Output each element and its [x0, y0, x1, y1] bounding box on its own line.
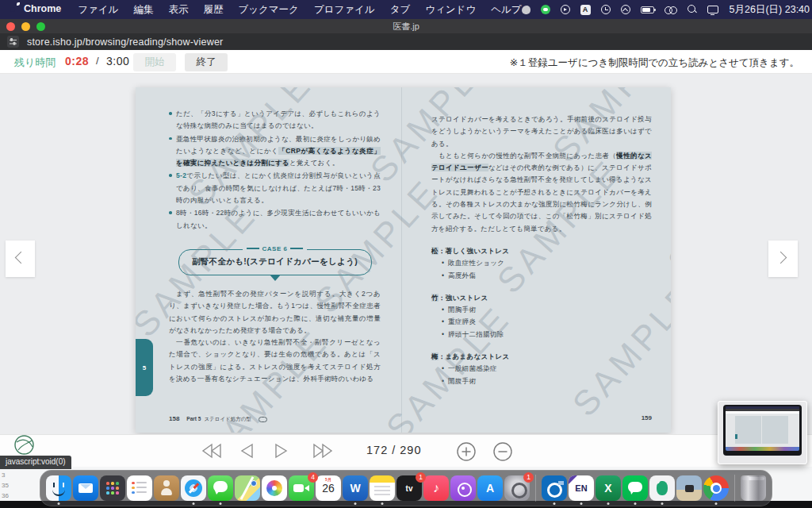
dock-icon-notes[interactable] [370, 475, 395, 501]
menu-clock[interactable]: 5月26日(日) 23:40 [730, 3, 810, 17]
limit-notice: ※１登録ユーザにつき制限時間での立ち読みとさせて頂きます。 [510, 56, 799, 70]
running-indicator-dot [354, 502, 357, 505]
stress-rank-松: 松：著しく強いストレス敗血症性ショック高度外傷 [431, 245, 652, 282]
display-menu-icon[interactable] [707, 6, 718, 13]
play-circle-menu-icon[interactable] [561, 5, 570, 14]
menu-items: Chromeファイル編集表示履歴ブックマークプロファイルタブウィンドウヘルプ [24, 3, 522, 17]
menu-item-7[interactable]: タブ [390, 3, 411, 17]
dock-icon-appletv[interactable]: tv1 [396, 475, 422, 501]
menu-item-3[interactable]: 表示 [168, 3, 188, 17]
rank-item: 開胸手術 [442, 304, 652, 316]
dock-icon-photos[interactable] [262, 475, 287, 501]
next-spread-button[interactable] [768, 241, 798, 277]
zoom-in-button[interactable] [456, 441, 477, 464]
menu-item-8[interactable]: ウィンドウ [425, 3, 476, 17]
dock-icon-finder[interactable] [46, 475, 71, 501]
dock-icon-excel[interactable]: X [596, 475, 621, 501]
line-menu-icon[interactable] [541, 5, 550, 14]
dock-icon-maps[interactable] [235, 475, 260, 501]
url-bar[interactable]: store.isho.jp/browsing/reading/show-view… [0, 33, 812, 50]
dock-icon-facetime[interactable]: 4 [289, 475, 314, 501]
dock-icon-settings[interactable]: 1 [504, 475, 530, 501]
prev-spread-button[interactable] [6, 241, 35, 277]
menu-item-6[interactable]: プロファイル [314, 3, 375, 17]
time-machine-menu-icon[interactable] [601, 5, 611, 14]
rank-item: 敗血症性ショック [442, 257, 652, 269]
dock-icon-mail[interactable] [73, 475, 98, 501]
spotlight-menu-icon[interactable] [688, 5, 697, 14]
rank-item: 開腹手術 [442, 375, 652, 387]
triangle-left-icon [236, 441, 258, 460]
dock-icon-outlook[interactable] [542, 475, 567, 501]
dock-icon-messages[interactable] [208, 475, 233, 501]
screenshot-preview-thumbnail[interactable] [718, 401, 807, 464]
start-button[interactable]: 開始 [133, 53, 176, 71]
menu-item-chrome[interactable]: Chrome [24, 3, 61, 17]
footer-part-label: Part 5 [186, 416, 201, 421]
prev-page-button[interactable] [236, 441, 258, 463]
dock-icon-appstore[interactable]: A [477, 475, 503, 501]
zoom-out-button[interactable] [492, 441, 513, 464]
rank-item: 膵頭十二指腸切除 [442, 329, 652, 341]
case-title: 副腎不全かも!(ステロイドカバーをしよう) [186, 256, 365, 267]
reading-timer-bar: 残り時間 0:28 / 3:00 開始 終了 ※１登録ユーザにつき制限時間での立… [0, 50, 812, 74]
dock-icon-contacts[interactable] [154, 475, 179, 501]
dock-icon-calendar[interactable]: 5月26 [316, 475, 341, 501]
battery-menu-icon[interactable] [641, 6, 654, 13]
menu-item-5[interactable]: ブックマーク [238, 3, 298, 17]
menu-item-4[interactable]: 履歴 [203, 3, 223, 17]
case-box-arrow-icon [270, 275, 281, 281]
left-page-bullet-list: ただ、「分3にする」というアイデアは、必ずしもこれらのような特殊な病態のみに当て… [169, 108, 381, 232]
dock-icon-endnote[interactable]: EN [569, 475, 594, 501]
dock-icon-evernote[interactable] [649, 475, 675, 501]
dock-icon-podcasts[interactable] [450, 475, 476, 501]
dock-icon-music[interactable]: ♪ [423, 475, 449, 501]
right-page-paragraph: ステロイドカバーを考えるときであろう。手術前後のステロイド投与をどうしようかとい… [431, 114, 652, 150]
menu-item-1[interactable]: ファイル [78, 3, 118, 17]
next-page-button[interactable] [270, 441, 292, 463]
running-indicator-dot [220, 502, 222, 505]
dock-icon-word[interactable]: W [343, 475, 368, 501]
last-page-button[interactable] [311, 441, 336, 463]
running-indicator-dot [193, 502, 195, 505]
page-spread: ただ、「分3にする」というアイデアは、必ずしもこれらのような特殊な病態のみに当て… [136, 87, 671, 433]
dock-icon-chrome[interactable] [703, 475, 729, 501]
stress-rank-竹: 竹：強いストレス開胸手術重症膵炎膵頭十二指腸切除 [431, 292, 652, 341]
url-text[interactable]: store.isho.jp/browsing/reading/show-view… [27, 37, 223, 48]
evernote-menu-icon[interactable] [522, 6, 530, 14]
menu-item-9[interactable]: ヘルプ [491, 3, 521, 17]
dock-icon-safari[interactable] [181, 475, 206, 501]
dock-icon-reminders[interactable] [127, 475, 152, 501]
footer-chapter-title: ステロイド処方の型 [204, 416, 251, 423]
menu-item-2[interactable]: 編集 [133, 3, 153, 17]
arrow-up-circle-menu-icon[interactable] [621, 5, 630, 14]
screen: Chromeファイル編集表示履歴ブックマークプロファイルタブウィンドウヘルプ A… [0, 0, 812, 508]
thumbnail-screen [723, 405, 802, 456]
running-indicator-dot [634, 502, 637, 505]
dock-icon-launchpad[interactable] [100, 475, 125, 501]
right-page-paragraphs: ステロイドカバーを考えるときであろう。手術前後のステロイド投与をどうしようかとい… [431, 114, 652, 235]
left-page-footer: 158 Part 5 ステロイド処方の型 [169, 415, 267, 423]
chevron-right-icon [775, 252, 787, 264]
rank-character: 梅 [431, 352, 439, 360]
input-a-menu-icon[interactable]: A [580, 5, 591, 15]
page-right: ステロイドカバーを考えるときであろう。手術前後のステロイド投与をどうしようかとい… [403, 87, 671, 433]
left-page-bullet: 8時・16時・22時のように、多少現実生活に合わせてもいいかもしれない。 [169, 207, 381, 232]
rank-description: 著しく強いストレス [446, 247, 510, 255]
left-page-number: 158 [169, 415, 179, 422]
rank-item: 高度外傷 [442, 270, 652, 282]
stress-rank-list: 松：著しく強いストレス敗血症性ショック高度外傷竹：強いストレス開胸手術重症膵炎膵… [431, 245, 652, 387]
rank-item: 一般細菌感染症 [442, 363, 652, 375]
left-page-bullet: 5-2で示したい型は、とにかく抗炎症は分割投与が良いという点であり、食事の時間を… [169, 170, 381, 206]
dock-icon-screenshot[interactable] [676, 475, 702, 501]
first-page-button[interactable] [198, 441, 224, 463]
end-button[interactable]: 終了 [185, 53, 228, 71]
link-menu-icon[interactable] [665, 6, 677, 13]
dock-badge: 4 [308, 472, 318, 483]
current-page: 172 [366, 444, 388, 456]
site-info-icon[interactable] [7, 36, 19, 48]
dock-icon-line[interactable] [622, 475, 648, 501]
dock-icon-trash[interactable] [741, 475, 766, 501]
stress-rank-梅: 梅：まあまあなストレス一般細菌感染症開腹手術 [431, 351, 652, 387]
running-indicator-dot [607, 502, 610, 505]
